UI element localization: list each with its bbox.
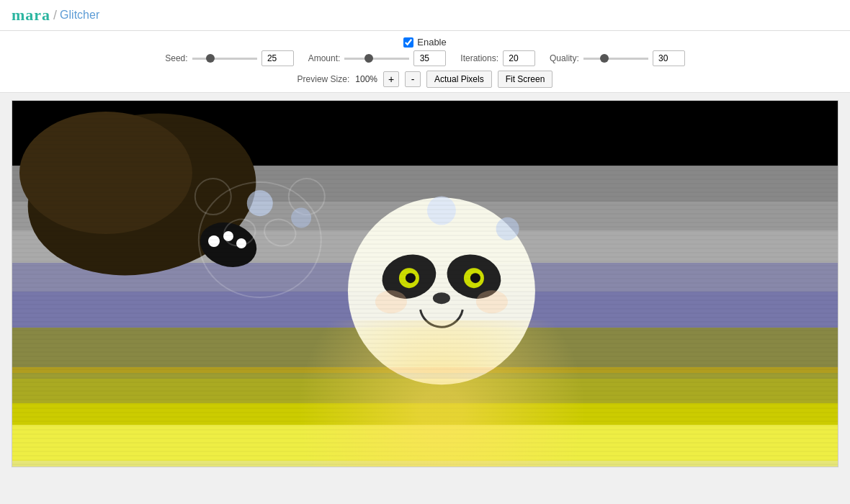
iterations-input[interactable] xyxy=(503,50,535,66)
iterations-group: Iterations: xyxy=(460,50,535,66)
seed-group: Seed: xyxy=(165,50,293,66)
seed-input[interactable] xyxy=(261,50,294,66)
enable-label[interactable]: Enable xyxy=(417,37,446,48)
amount-input[interactable] xyxy=(413,50,446,66)
logo-slash: / xyxy=(53,8,57,23)
logo-mara: mara xyxy=(12,6,50,24)
amount-group: Amount: xyxy=(308,50,447,66)
logo-glitcher: Glitcher xyxy=(60,9,99,22)
fit-screen-button[interactable]: Fit Screen xyxy=(498,71,553,88)
iterations-label: Iterations: xyxy=(460,53,498,63)
quality-input[interactable] xyxy=(653,50,685,66)
amount-slider[interactable] xyxy=(344,58,409,60)
amount-label: Amount: xyxy=(308,53,341,63)
sliders-row: Seed: Amount: Iterations: Quality: xyxy=(165,50,684,66)
zoom-out-button[interactable]: - xyxy=(405,71,421,87)
controls-panel: Enable Seed: Amount: Iterations: Quality… xyxy=(0,31,850,93)
zoom-in-button[interactable]: + xyxy=(383,71,399,87)
actual-pixels-button[interactable]: Actual Pixels xyxy=(426,71,492,88)
seed-slider[interactable] xyxy=(192,58,257,60)
preview-row: Preview Size: 100% + - Actual Pixels Fit… xyxy=(298,71,553,88)
quality-slider[interactable] xyxy=(583,58,648,60)
preview-percent: 100% xyxy=(355,74,377,84)
quality-label: Quality: xyxy=(550,53,579,63)
seed-label: Seed: xyxy=(165,53,187,63)
enable-row: Enable xyxy=(403,37,446,48)
quality-group: Quality: xyxy=(550,50,685,66)
preview-size-label: Preview Size: xyxy=(298,74,350,84)
glitch-canvas xyxy=(12,101,838,467)
canvas-area xyxy=(12,100,838,467)
enable-checkbox[interactable] xyxy=(403,37,413,48)
app-header: mara / Glitcher xyxy=(0,0,850,31)
